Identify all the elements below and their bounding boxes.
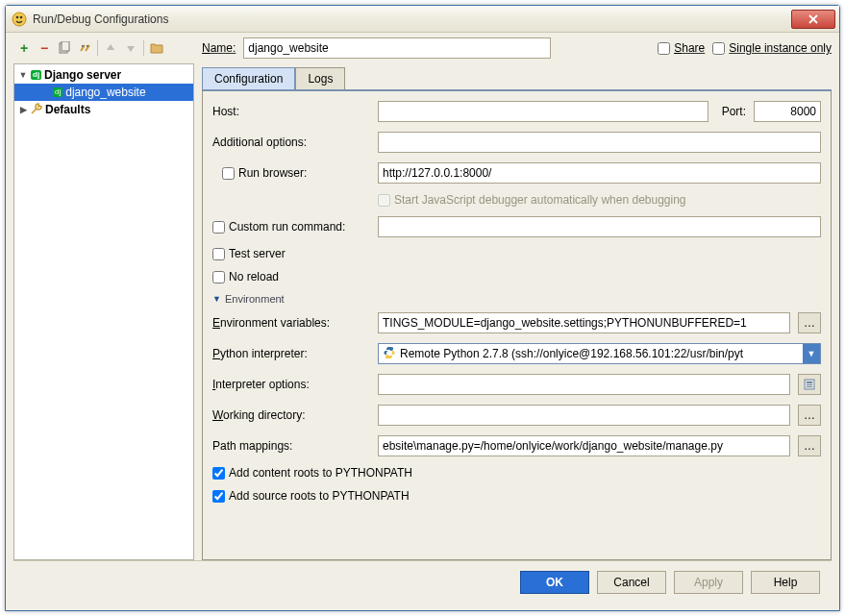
dialog-window: Run/Debug Configurations + − (5, 5, 840, 611)
dialog-body: + − (6, 33, 839, 610)
interpreter-options-input[interactable] (378, 374, 790, 395)
toolbar-separator (143, 40, 144, 56)
interpreter-options-row: Interpreter options: (212, 374, 821, 395)
svg-point-6 (87, 45, 88, 47)
remove-config-icon[interactable]: − (36, 39, 53, 57)
run-browser-checkbox[interactable]: Run browser: (212, 166, 370, 180)
move-down-icon[interactable] (122, 39, 139, 57)
python-icon (383, 346, 396, 362)
path-mappings-row: Path mappings: ebsite\manage.py=/home/on… (212, 435, 821, 456)
working-directory-label: Working directory: (212, 408, 370, 422)
path-mappings-edit-button[interactable]: … (798, 435, 821, 456)
add-content-roots-row: Add content roots to PYTHONPATH (212, 466, 821, 480)
dialog-footer: OK Cancel Apply Help (13, 560, 832, 603)
custom-run-command-row: Custom run command: (212, 216, 821, 237)
tree-node-django-server[interactable]: ▼ dj Django server (14, 66, 193, 84)
env-vars-label: Environment variables: (212, 316, 370, 330)
expand-icon[interactable]: ▼ (18, 70, 28, 80)
cancel-button[interactable]: Cancel (597, 571, 666, 594)
svg-rect-8 (807, 382, 812, 383)
python-interpreter-dropdown[interactable]: Remote Python 2.7.8 (ssh://onlyice@192.1… (378, 343, 821, 364)
additional-options-input[interactable] (378, 132, 821, 153)
sidebar: + − (13, 37, 194, 560)
django-icon: dj (31, 70, 41, 80)
svg-rect-9 (807, 384, 812, 385)
additional-options-label: Additional options: (212, 136, 370, 149)
env-vars-value[interactable]: TINGS_MODULE=django_website.settings;PYT… (378, 312, 790, 333)
interpreter-options-expand-button[interactable] (798, 374, 821, 395)
path-mappings-value[interactable]: ebsite\manage.py=/home/onlyice/work/djan… (378, 435, 790, 456)
path-mappings-label: Path mappings: (212, 439, 370, 453)
tree-node-defaults[interactable]: ▶ Defaults (14, 101, 193, 118)
expand-icon[interactable]: ▶ (18, 105, 28, 114)
run-browser-url[interactable]: http://127.0.0.1:8000/ (378, 162, 821, 184)
tree-label: Defaults (45, 103, 90, 116)
test-server-row: Test server (212, 247, 821, 260)
working-directory-browse-button[interactable]: … (798, 405, 821, 426)
single-instance-checkbox[interactable]: Single instance only (712, 41, 832, 55)
name-row: Name: Share Single instance only (202, 37, 832, 60)
folder-icon[interactable] (148, 39, 165, 57)
name-label: Name: (202, 41, 236, 55)
settings-icon[interactable] (76, 39, 93, 57)
tab-configuration[interactable]: Configuration (202, 67, 295, 89)
no-reload-row: No reload (212, 270, 821, 283)
working-directory-input[interactable] (378, 405, 790, 426)
working-directory-row: Working directory: … (212, 405, 821, 426)
svg-point-0 (12, 12, 26, 26)
custom-run-command-input[interactable] (378, 216, 821, 237)
name-input[interactable] (243, 37, 551, 59)
env-vars-row: Environment variables: TINGS_MODULE=djan… (212, 312, 821, 333)
test-server-checkbox[interactable]: Test server (212, 247, 286, 260)
svg-point-5 (82, 45, 84, 47)
window-title: Run/Debug Configurations (33, 12, 791, 26)
copy-config-icon[interactable] (56, 39, 73, 57)
close-button[interactable] (791, 10, 835, 29)
add-config-icon[interactable]: + (15, 39, 33, 57)
add-content-roots-checkbox[interactable]: Add content roots to PYTHONPATH (212, 466, 412, 480)
python-interpreter-row: Python interpreter: Remote Python 2.7.8 … (212, 343, 821, 364)
django-icon: dj (53, 87, 62, 97)
port-label: Port: (722, 105, 746, 118)
svg-point-1 (16, 15, 19, 18)
titlebar[interactable]: Run/Debug Configurations (6, 6, 839, 33)
custom-run-command-checkbox[interactable]: Custom run command: (212, 220, 370, 234)
host-label: Host: (212, 105, 370, 118)
share-checkbox[interactable]: Share (658, 41, 705, 55)
tabs: Configuration Logs (202, 67, 832, 89)
python-interpreter-label: Python interpreter: (212, 347, 370, 360)
start-js-debugger-row: Start JavaScript debugger automatically … (212, 193, 821, 207)
app-icon (12, 12, 27, 27)
no-reload-checkbox[interactable]: No reload (212, 270, 279, 283)
host-row: Host: Port: (212, 101, 821, 122)
help-button[interactable]: Help (751, 571, 820, 594)
port-input[interactable] (754, 101, 821, 122)
main-row: + − (13, 37, 832, 560)
ok-button[interactable]: OK (520, 571, 589, 594)
svg-rect-10 (807, 386, 812, 387)
tree-node-django-website[interactable]: dj django_website (14, 84, 193, 101)
tree-label: Django server (44, 68, 121, 82)
env-vars-edit-button[interactable]: … (798, 312, 821, 333)
tab-logs[interactable]: Logs (295, 67, 345, 89)
sidebar-toolbar: + − (13, 37, 194, 60)
environment-section-header[interactable]: ▼ Environment (212, 293, 821, 305)
additional-options-row: Additional options: (212, 132, 821, 153)
host-input[interactable] (378, 101, 708, 122)
add-source-roots-checkbox[interactable]: Add source roots to PYTHONPATH (212, 489, 410, 503)
svg-point-2 (20, 15, 23, 18)
config-tree[interactable]: ▼ dj Django server dj django_website ▶ D… (13, 63, 194, 560)
apply-button[interactable]: Apply (674, 571, 743, 594)
run-browser-row: Run browser: http://127.0.0.1:8000/ (212, 162, 821, 184)
tree-label: django_website (65, 86, 145, 99)
interpreter-options-label: Interpreter options: (212, 378, 370, 391)
svg-rect-4 (62, 41, 69, 51)
add-source-roots-row: Add source roots to PYTHONPATH (212, 489, 821, 503)
config-panel: Host: Port: Additional options: Run brow… (202, 89, 832, 560)
move-up-icon[interactable] (102, 39, 119, 57)
dropdown-arrow-icon[interactable]: ▼ (803, 344, 820, 363)
right-pane: Name: Share Single instance only Configu… (202, 37, 832, 560)
toolbar-separator (97, 40, 98, 56)
collapse-icon[interactable]: ▼ (212, 294, 221, 304)
start-js-debugger-checkbox: Start JavaScript debugger automatically … (378, 193, 686, 207)
